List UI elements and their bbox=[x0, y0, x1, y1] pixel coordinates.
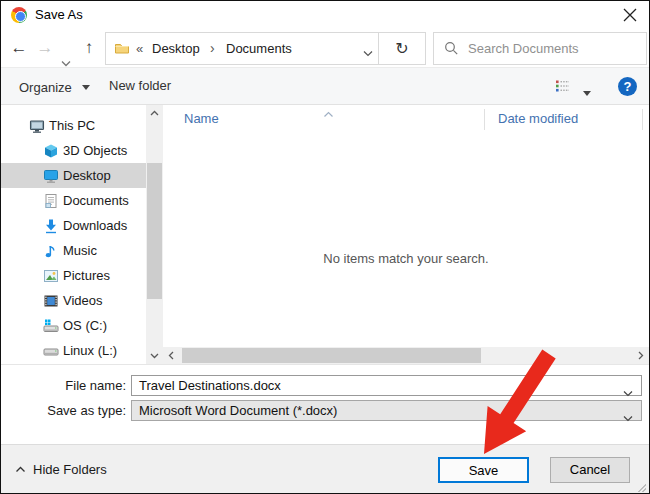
sidebar-item-3d-objects[interactable]: 3D Objects bbox=[1, 138, 146, 163]
navigation-pane: This PC 3D Objects Desktop Documents bbox=[1, 105, 146, 364]
sidebar-item-label: Downloads bbox=[63, 213, 127, 238]
sidebar-item-label: Videos bbox=[63, 288, 103, 313]
cancel-button[interactable]: Cancel bbox=[550, 457, 630, 483]
breadcrumb-separator-icon: › bbox=[210, 33, 215, 63]
column-divider[interactable] bbox=[484, 109, 485, 130]
3d-objects-icon bbox=[43, 142, 59, 158]
sidebar-item-label: 3D Objects bbox=[63, 138, 127, 163]
empty-folder-message: No items match your search. bbox=[163, 251, 649, 266]
folder-icon bbox=[114, 40, 130, 59]
scroll-down-icon[interactable] bbox=[146, 347, 163, 364]
view-caret-icon[interactable] bbox=[583, 84, 591, 99]
sidebar-scrollbar-thumb[interactable] bbox=[147, 163, 162, 299]
downloads-icon bbox=[43, 217, 59, 233]
save-as-dialog: Save As ← → ↑ « Desktop › Documents bbox=[0, 0, 650, 494]
refresh-icon[interactable]: ↻ bbox=[379, 33, 425, 64]
documents-icon bbox=[43, 192, 59, 208]
content-area: This PC 3D Objects Desktop Documents bbox=[1, 105, 649, 365]
dialog-footer: Hide Folders Save Cancel bbox=[1, 444, 649, 494]
breadcrumb-desktop[interactable]: Desktop bbox=[148, 33, 204, 64]
sidebar-item-label: Pictures bbox=[63, 263, 110, 288]
command-toolbar: Organize New folder ? bbox=[1, 67, 649, 105]
sidebar-item-downloads[interactable]: Downloads bbox=[1, 213, 146, 238]
scroll-right-icon[interactable] bbox=[632, 347, 649, 364]
back-icon[interactable]: ← bbox=[9, 29, 29, 67]
help-icon[interactable]: ? bbox=[618, 77, 637, 96]
file-name-input[interactable]: Travel Destinations.docx bbox=[131, 375, 642, 396]
sidebar-item-desktop[interactable]: Desktop bbox=[1, 163, 146, 188]
file-name-value: Travel Destinations.docx bbox=[139, 378, 281, 393]
this-pc-icon bbox=[29, 117, 45, 133]
horizontal-scrollbar-thumb[interactable] bbox=[182, 348, 481, 363]
sidebar-item-this-pc[interactable]: This PC bbox=[1, 113, 146, 138]
sidebar-item-label: Linux (L:) bbox=[63, 338, 117, 363]
sidebar-item-label: Documents bbox=[63, 188, 129, 213]
linux-drive-icon bbox=[43, 342, 59, 358]
navigation-bar: ← → ↑ « Desktop › Documents ↻ bbox=[1, 29, 649, 67]
title-bar: Save As bbox=[1, 1, 649, 29]
forward-icon[interactable]: → bbox=[35, 29, 55, 67]
sidebar-item-label: This PC bbox=[49, 113, 95, 138]
chevron-up-icon bbox=[15, 466, 26, 473]
save-as-type-dropdown-chevron-icon[interactable] bbox=[623, 408, 633, 427]
os-drive-icon bbox=[43, 317, 59, 333]
address-dropdown-chevron-icon[interactable] bbox=[363, 45, 373, 60]
organize-button[interactable]: Organize bbox=[19, 68, 90, 106]
pictures-icon bbox=[43, 267, 59, 283]
sidebar-scrollbar[interactable] bbox=[146, 105, 163, 364]
scroll-left-icon[interactable] bbox=[163, 347, 180, 364]
sidebar-item-documents[interactable]: Documents bbox=[1, 188, 146, 213]
sidebar-item-os-c[interactable]: OS (C:) bbox=[1, 313, 146, 338]
breadcrumb-overflow[interactable]: « bbox=[136, 33, 143, 64]
search-box[interactable] bbox=[433, 32, 647, 65]
save-as-type-select[interactable]: Microsoft Word Document (*.docx) bbox=[131, 400, 642, 421]
column-divider[interactable] bbox=[642, 109, 643, 130]
search-input[interactable] bbox=[468, 34, 640, 63]
breadcrumb-documents[interactable]: Documents bbox=[222, 33, 296, 64]
sidebar-item-linux-l[interactable]: Linux (L:) bbox=[1, 338, 146, 363]
change-view-icon[interactable] bbox=[554, 78, 571, 97]
save-button[interactable]: Save bbox=[438, 457, 529, 483]
column-header-date-modified[interactable]: Date modified bbox=[498, 107, 578, 131]
save-as-type-label: Save as type: bbox=[11, 400, 126, 421]
organize-label: Organize bbox=[19, 80, 72, 95]
hide-folders-label: Hide Folders bbox=[33, 462, 107, 477]
sort-ascending-icon bbox=[323, 106, 334, 121]
hide-folders-button[interactable]: Hide Folders bbox=[15, 457, 107, 483]
chrome-icon bbox=[11, 7, 27, 23]
up-icon[interactable]: ↑ bbox=[79, 29, 99, 67]
file-name-label: File name: bbox=[11, 375, 126, 396]
resize-grip[interactable] bbox=[638, 484, 646, 492]
sidebar-item-music[interactable]: Music bbox=[1, 238, 146, 263]
videos-icon bbox=[43, 292, 59, 308]
file-list-horizontal-scrollbar[interactable] bbox=[163, 347, 649, 364]
search-icon bbox=[444, 41, 459, 59]
column-header-name[interactable]: Name bbox=[184, 107, 219, 131]
organize-caret-icon bbox=[82, 68, 90, 104]
save-as-type-value: Microsoft Word Document (*.docx) bbox=[139, 403, 337, 418]
sidebar-item-label: Desktop bbox=[63, 163, 111, 188]
sidebar-item-videos[interactable]: Videos bbox=[1, 288, 146, 313]
desktop-icon bbox=[43, 167, 59, 183]
file-list-pane: Name Date modified No items match your s… bbox=[163, 105, 649, 364]
file-form-area: File name: Travel Destinations.docx Save… bbox=[1, 365, 649, 444]
sidebar-item-pictures[interactable]: Pictures bbox=[1, 263, 146, 288]
address-bar[interactable]: « Desktop › Documents ↻ bbox=[105, 32, 426, 65]
sidebar-item-label: OS (C:) bbox=[63, 313, 107, 338]
window-title: Save As bbox=[35, 1, 83, 29]
close-icon[interactable] bbox=[621, 6, 639, 24]
new-folder-button[interactable]: New folder bbox=[109, 68, 171, 104]
music-icon bbox=[43, 242, 59, 258]
scroll-up-icon[interactable] bbox=[146, 105, 163, 122]
sidebar-item-label: Music bbox=[63, 238, 97, 263]
